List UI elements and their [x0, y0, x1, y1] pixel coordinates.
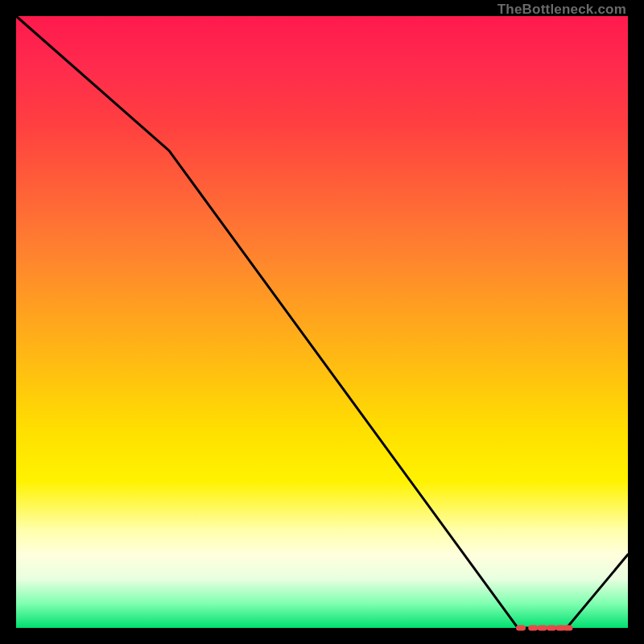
marker-point — [538, 625, 547, 631]
marker-point — [547, 625, 556, 631]
series-line — [16, 16, 628, 628]
line-overlay — [16, 16, 628, 628]
marker-group — [516, 625, 573, 631]
marker-point — [528, 625, 538, 631]
marker-point — [564, 625, 573, 631]
marker-point — [516, 625, 526, 631]
attribution-text: TheBottleneck.com — [497, 2, 626, 18]
chart-frame: TheBottleneck.com — [0, 0, 644, 644]
